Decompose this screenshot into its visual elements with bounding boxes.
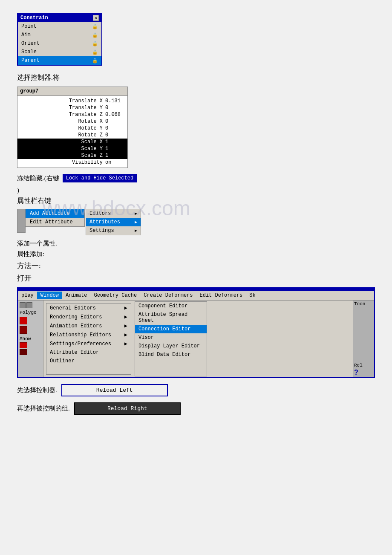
maya-rel-label: Rel xyxy=(354,363,373,368)
constrain-item-scale[interactable]: Scale 🔒 xyxy=(18,48,101,56)
maya-show-icon[interactable] xyxy=(20,342,27,348)
reload-right-button[interactable]: Reload Right xyxy=(74,402,181,415)
reload-left-label: 先选择控制器. xyxy=(17,386,57,394)
maya-right-panel: Toon Rel ? xyxy=(353,301,374,377)
maya-right-submenu: Component Editor Attribute Spread Sheet … xyxy=(135,301,207,376)
paren-text: ) xyxy=(17,187,375,194)
relationship-editors-arrow: ▶ xyxy=(124,332,127,338)
maya-connection-editor[interactable]: Connection Editor xyxy=(135,325,207,333)
settings-prefs-arrow: ▶ xyxy=(124,341,127,347)
attr-right-key-label: 属性栏右键 xyxy=(17,197,375,205)
reload-right-label: 再选择被控制的组. xyxy=(17,405,70,413)
group7-row-translatez[interactable]: Translate Z 0.068 xyxy=(17,111,127,118)
constrain-item-orient[interactable]: Orient 🔒 xyxy=(18,39,101,48)
animation-editors-arrow: ▶ xyxy=(124,323,127,329)
maya-center-area: General Editors ▶ Rendering Editors ▶ An… xyxy=(43,301,353,377)
open-text: 打开 xyxy=(17,273,375,283)
maya-animation-editors[interactable]: Animation Editors ▶ xyxy=(46,321,131,330)
constrain-window: Constrain ✕ Point 🔒 Aim 🔒 Orient 🔒 Scale… xyxy=(17,13,102,66)
lock-hide-label: 冻结隐藏.(右键 xyxy=(17,174,59,182)
maya-component-editor[interactable]: Component Editor xyxy=(135,302,207,310)
attr-add-text: 属性添加: xyxy=(17,250,375,258)
maya-polygo-label: Polygo xyxy=(20,310,41,315)
maya-attribute-editor[interactable]: Attribute Editor xyxy=(46,348,131,357)
maya-left-side-panel: Polygo Show xyxy=(18,301,43,377)
maya-menu-sk[interactable]: Sk xyxy=(246,292,259,299)
lock-hide-section: 冻结隐藏.(右键 Lock and Hide Selected xyxy=(17,174,375,182)
maya-toolbar-icon-2[interactable] xyxy=(26,302,32,308)
reload-left-section: 先选择控制器. Reload Left xyxy=(17,384,375,396)
constrain-item-parent[interactable]: Parent 🔒 xyxy=(18,56,101,65)
group7-row-rotatez[interactable]: Rotate Z 0 xyxy=(17,132,127,139)
maya-toon-label: Toon xyxy=(354,301,373,306)
constrain-item-aim[interactable]: Aim 🔒 xyxy=(18,31,101,39)
maya-menu-window[interactable]: Window xyxy=(37,292,62,299)
group7-row-scalex[interactable]: Scale X 1 xyxy=(17,139,127,145)
maya-visor[interactable]: Visor xyxy=(135,333,207,342)
constrain-title-label: Constrain xyxy=(20,15,48,21)
maya-attribute-spread-sheet[interactable]: Attribute Spread Sheet xyxy=(135,310,207,325)
reload-right-section: 再选择被控制的组. Reload Right xyxy=(17,402,375,415)
reload-left-button[interactable]: Reload Left xyxy=(61,384,168,396)
orient-lock-icon: 🔒 xyxy=(92,41,98,46)
maya-show-label: Show xyxy=(20,336,41,341)
maya-rendering-editors[interactable]: Rendering Editors ▶ xyxy=(46,312,131,321)
scale-lock-icon: 🔒 xyxy=(92,49,98,55)
method-one-text: 方法一: xyxy=(17,261,375,271)
group7-row-visibility[interactable]: Visibility on xyxy=(17,159,127,166)
group7-window: group7 Translate X 0.131 Translate Y 0 T… xyxy=(17,87,128,168)
maya-submenu: General Editors ▶ Rendering Editors ▶ An… xyxy=(46,303,131,375)
constrain-close-button[interactable]: ✕ xyxy=(93,15,99,21)
context-menu-settings[interactable]: Settings ▶ xyxy=(86,226,141,235)
maya-menubar: play Window Animate Geometry Cache Creat… xyxy=(18,291,374,301)
maya-window: play Window Animate Geometry Cache Creat… xyxy=(17,287,375,378)
maya-body: Polygo Show General Editors ▶ Rendering … xyxy=(18,301,374,377)
maya-red-icon[interactable] xyxy=(20,317,27,324)
group7-body: Translate X 0.131 Translate Y 0 Translat… xyxy=(17,96,127,168)
maya-outliner[interactable]: Outliner xyxy=(46,357,131,365)
lock-hide-tooltip: Lock and Hide Selected xyxy=(63,174,137,182)
constrain-title-bar: Constrain ✕ xyxy=(18,14,101,22)
maya-blind-data-editor[interactable]: Blind Data Editor xyxy=(135,350,207,359)
aim-lock-icon: 🔒 xyxy=(92,32,98,38)
chinese-text-1: 选择控制器.将 xyxy=(17,73,375,82)
maya-toolbar-icon-1[interactable] xyxy=(20,302,26,308)
group7-row-translatey[interactable]: Translate Y 0 xyxy=(17,104,127,111)
settings-arrow-icon: ▶ xyxy=(135,228,137,233)
maya-menu-geometry-cache[interactable]: Geometry Cache xyxy=(90,292,140,299)
attr-section: 属性栏右键 www.bdocx.com xyxy=(17,197,375,205)
constrain-item-point[interactable]: Point 🔒 xyxy=(18,22,101,31)
maya-settings-prefs[interactable]: Settings/Preferences ▶ xyxy=(46,339,131,348)
maya-menu-create-deformers[interactable]: Create Deformers xyxy=(140,292,196,299)
rendering-editors-arrow: ▶ xyxy=(124,314,127,320)
group7-row-scaley[interactable]: Scale Y 1 xyxy=(17,145,127,152)
group7-row-translatex[interactable]: Translate X 0.131 xyxy=(17,98,127,104)
point-lock-icon: 🔒 xyxy=(92,24,98,29)
maya-relationship-editors[interactable]: Relationship Editors ▶ xyxy=(46,330,131,339)
question-mark-icon[interactable]: ? xyxy=(354,369,373,376)
group7-row-rotatex[interactable]: Rotate X 0 xyxy=(17,118,127,125)
maya-menu-edit-deformers[interactable]: Edit Deformers xyxy=(196,292,246,299)
maya-menu-animate[interactable]: Animate xyxy=(62,292,90,299)
group7-row-scalez[interactable]: Scale Z 1 xyxy=(17,152,127,159)
general-editors-arrow: ▶ xyxy=(124,305,127,311)
maya-menu-play[interactable]: play xyxy=(18,292,37,299)
group7-title: group7 xyxy=(17,87,127,96)
group7-row-rotatey[interactable]: Rotate Y 0 xyxy=(17,125,127,132)
context-menu-left-box xyxy=(17,209,26,233)
attributes-arrow-icon: ▶ xyxy=(135,220,137,225)
maya-dark-red-icon[interactable] xyxy=(20,326,27,334)
parent-lock-icon: 🔒 xyxy=(92,58,98,64)
maya-display-layer-editor[interactable]: Display Layer Editor xyxy=(135,342,207,350)
maya-show-icon2 xyxy=(20,349,27,355)
maya-general-editors[interactable]: General Editors ▶ xyxy=(46,304,131,312)
add-attr-text: 添加一个属性. xyxy=(17,240,375,248)
